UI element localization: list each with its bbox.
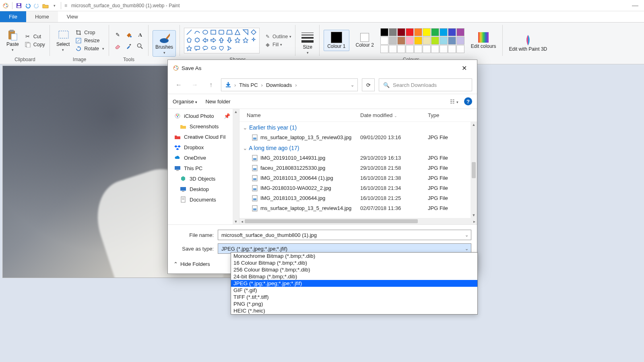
brushes-button[interactable]: Brushes ▾ xyxy=(153,30,176,57)
colour-swatch[interactable] xyxy=(397,45,405,53)
file-group-header[interactable]: Earlier this year (1) xyxy=(239,122,471,132)
new-folder-button[interactable]: New folder xyxy=(205,99,230,105)
colour-swatch[interactable] xyxy=(406,28,414,36)
back-button[interactable]: ← xyxy=(173,79,185,91)
type-option[interactable]: 24-bit Bitmap (*.bmp;*.dib) xyxy=(231,273,477,280)
colour-swatch[interactable] xyxy=(431,28,439,36)
chevron-down-icon[interactable]: ⌄ xyxy=(465,246,469,251)
shape-12[interactable] xyxy=(210,37,217,44)
text-tool-icon[interactable]: A xyxy=(136,31,144,39)
shape-6[interactable] xyxy=(234,29,242,36)
shape-10[interactable] xyxy=(194,37,201,44)
type-option[interactable]: Monochrome Bitmap (*.bmp;*.dib) xyxy=(231,253,477,259)
colour-swatch[interactable] xyxy=(440,28,448,36)
colour-swatch[interactable] xyxy=(414,45,422,53)
outline-button[interactable]: ✎Outline▾ xyxy=(264,33,291,40)
colour-swatch[interactable] xyxy=(380,37,388,45)
breadcrumb-root[interactable]: This PC xyxy=(239,82,258,88)
colour-2-button[interactable]: Colour 2 xyxy=(353,31,376,49)
size-button[interactable]: Size ▾ xyxy=(299,31,316,56)
shape-5[interactable] xyxy=(226,29,233,36)
colour-swatch[interactable] xyxy=(423,28,431,36)
col-type[interactable]: Type xyxy=(428,112,471,118)
type-option[interactable]: GIF (*.gif) xyxy=(231,287,477,294)
refresh-button[interactable]: ⟳ xyxy=(362,78,375,91)
colour-swatch[interactable] xyxy=(380,45,388,53)
colour-1-button[interactable]: Colour 1 xyxy=(324,30,349,51)
file-row[interactable]: ms_surface_laptop_13_5_review14.jpg02/07… xyxy=(239,203,471,213)
minimize-button[interactable]: — xyxy=(632,2,642,9)
colour-swatch[interactable] xyxy=(431,45,439,53)
colour-swatch[interactable] xyxy=(456,45,464,53)
shape-15[interactable] xyxy=(234,37,242,44)
shape-13[interactable] xyxy=(218,37,225,44)
nav-item[interactable]: OneDrive xyxy=(168,152,233,163)
colour-swatch[interactable] xyxy=(389,28,397,36)
nav-item[interactable]: This PC xyxy=(168,163,233,173)
nav-item[interactable]: Screenshots xyxy=(168,121,233,132)
shape-1[interactable] xyxy=(194,29,201,36)
nav-scrollbar[interactable]: ▲▼ xyxy=(233,109,239,224)
colour-swatch[interactable] xyxy=(389,45,397,53)
crop-button[interactable]: Crop xyxy=(74,29,105,36)
cut-button[interactable]: ✂Cut xyxy=(24,33,46,40)
save-icon[interactable] xyxy=(16,2,22,9)
shape-21[interactable] xyxy=(210,45,217,52)
type-option[interactable]: JPEG (*.jpg;*.jpeg;*.jpe;*.jfif) xyxy=(231,280,477,287)
type-option[interactable]: 256 Colour Bitmap (*.bmp;*.dib) xyxy=(231,266,477,273)
nav-item[interactable]: Documents xyxy=(168,194,233,205)
colour-swatch[interactable] xyxy=(448,45,456,53)
breadcrumb-folder[interactable]: Downloads xyxy=(266,82,292,88)
up-button[interactable]: ↑ xyxy=(205,79,217,91)
file-row[interactable]: IMG-20180310-WA0022_2.jpg16/10/2018 21:3… xyxy=(239,183,471,193)
folder-open-icon[interactable] xyxy=(42,2,49,9)
organise-button[interactable]: Organise ▾ xyxy=(173,99,197,105)
shape-14[interactable] xyxy=(226,37,233,44)
paste-button[interactable]: Paste ▾ xyxy=(4,28,21,53)
help-button[interactable]: ? xyxy=(464,97,472,105)
colour-swatch[interactable] xyxy=(414,37,422,45)
col-name[interactable]: Name xyxy=(239,112,360,118)
undo-icon[interactable] xyxy=(25,2,31,9)
picker-tool-icon[interactable] xyxy=(124,42,133,51)
nav-item[interactable]: Creative Cloud Fil xyxy=(168,132,233,142)
list-scrollbar[interactable]: ▲▼ xyxy=(471,122,477,218)
file-group-header[interactable]: A long time ago (17) xyxy=(239,142,471,153)
shape-0[interactable] xyxy=(186,29,193,36)
edit-colours-button[interactable]: Edit colours xyxy=(469,30,499,51)
search-input[interactable]: 🔍 Search Downloads xyxy=(379,78,472,91)
shape-4[interactable] xyxy=(218,29,225,36)
redo-icon[interactable] xyxy=(33,2,40,9)
shapes-gallery[interactable] xyxy=(184,28,260,53)
colour-swatch[interactable] xyxy=(406,45,414,53)
shape-8[interactable] xyxy=(250,29,258,36)
qat-dropdown-icon[interactable]: ▾ xyxy=(51,2,58,9)
close-button[interactable]: ✕ xyxy=(456,64,472,72)
rotate-button[interactable]: Rotate▾ xyxy=(74,45,105,52)
chevron-down-icon[interactable]: ⌄ xyxy=(465,232,469,238)
shape-18[interactable] xyxy=(186,45,193,52)
colour-swatch[interactable] xyxy=(440,37,448,45)
list-hscrollbar[interactable]: ◂▸ xyxy=(239,218,477,224)
tab-home[interactable]: Home xyxy=(26,11,58,22)
type-option[interactable]: HEIC (*.heic) xyxy=(231,307,477,314)
type-option[interactable]: TIFF (*.tif;*.tiff) xyxy=(231,294,477,300)
shape-2[interactable] xyxy=(202,29,209,36)
hide-folders-button[interactable]: ⌃ Hide Folders xyxy=(173,261,210,267)
paint3d-button[interactable]: Edit with Paint 3D xyxy=(507,33,550,53)
eraser-tool-icon[interactable] xyxy=(113,42,122,51)
tab-view[interactable]: View xyxy=(58,11,87,22)
colour-swatch[interactable] xyxy=(456,28,464,36)
colour-swatch[interactable] xyxy=(380,28,388,36)
resize-button[interactable]: Resize xyxy=(74,37,105,44)
colour-swatch[interactable] xyxy=(440,45,448,53)
shape-19[interactable] xyxy=(194,45,201,52)
shape-3[interactable] xyxy=(210,29,217,36)
colour-swatch[interactable] xyxy=(423,37,431,45)
nav-item[interactable]: 3D Objects xyxy=(168,173,233,184)
filename-input[interactable]: microsoft_surface_duo_thumb800 (1).jpg ⌄ xyxy=(218,230,471,240)
colour-swatch[interactable] xyxy=(448,28,456,36)
shape-16[interactable] xyxy=(242,37,250,44)
file-row[interactable]: IMG_20181013_200644.jpg16/10/2018 21:25J… xyxy=(239,193,471,203)
colour-swatch[interactable] xyxy=(406,37,414,45)
